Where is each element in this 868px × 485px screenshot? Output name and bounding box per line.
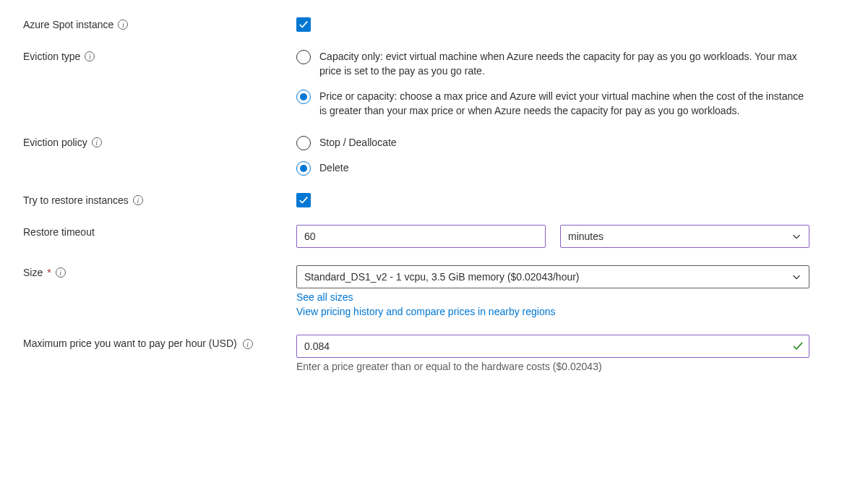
size-select[interactable]: Standard_DS1_v2 - 1 vcpu, 3.5 GiB memory… — [296, 265, 809, 288]
info-icon[interactable]: i — [118, 20, 128, 30]
select-value: minutes — [568, 231, 603, 242]
radio-label: Stop / Deallocate — [319, 135, 397, 150]
eviction-type-capacity-radio[interactable]: Capacity only: evict virtual machine whe… — [296, 49, 809, 79]
required-indicator: * — [47, 267, 51, 278]
max-price-helper: Enter a price greater than or equal to t… — [296, 361, 809, 372]
radio-icon — [296, 50, 311, 64]
spot-checkbox[interactable] — [296, 17, 311, 32]
eviction-policy-label: Eviction policy — [23, 137, 87, 148]
eviction-type-label: Eviction type — [23, 51, 80, 62]
spot-label: Azure Spot instance — [23, 19, 113, 30]
select-value: Standard_DS1_v2 - 1 vcpu, 3.5 GiB memory… — [304, 271, 580, 283]
radio-label: Price or capacity: choose a max price an… — [319, 89, 809, 119]
radio-icon — [296, 161, 311, 176]
radio-label: Capacity only: evict virtual machine whe… — [319, 49, 809, 79]
info-icon[interactable]: i — [85, 51, 95, 61]
info-icon[interactable]: i — [56, 267, 66, 278]
checkmark-icon — [298, 20, 309, 30]
info-icon[interactable]: i — [133, 195, 143, 205]
info-icon[interactable]: i — [92, 137, 102, 147]
see-all-sizes-link[interactable]: See all sizes — [296, 291, 809, 303]
eviction-policy-delete-radio[interactable]: Delete — [296, 160, 809, 176]
radio-icon — [296, 136, 311, 150]
restore-timeout-label: Restore timeout — [23, 226, 95, 238]
eviction-policy-stop-radio[interactable]: Stop / Deallocate — [296, 135, 809, 150]
pricing-history-link[interactable]: View pricing history and compare prices … — [296, 306, 809, 317]
restore-label: Try to restore instances — [23, 194, 129, 206]
radio-icon — [296, 90, 311, 104]
checkmark-icon — [298, 195, 309, 205]
restore-timeout-input[interactable] — [296, 225, 546, 248]
eviction-type-price-radio[interactable]: Price or capacity: choose a max price an… — [296, 89, 809, 119]
max-price-label: Maximum price you want to pay per hour (… — [23, 338, 237, 349]
size-label: Size — [23, 267, 43, 278]
valid-checkmark-icon — [792, 340, 804, 352]
radio-label: Delete — [319, 160, 348, 175]
chevron-down-icon — [791, 272, 802, 282]
info-icon[interactable]: i — [243, 339, 253, 349]
restore-checkbox[interactable] — [296, 193, 311, 207]
max-price-input[interactable] — [296, 335, 809, 358]
chevron-down-icon — [791, 231, 802, 241]
restore-timeout-unit-select[interactable]: minutes — [560, 225, 809, 248]
